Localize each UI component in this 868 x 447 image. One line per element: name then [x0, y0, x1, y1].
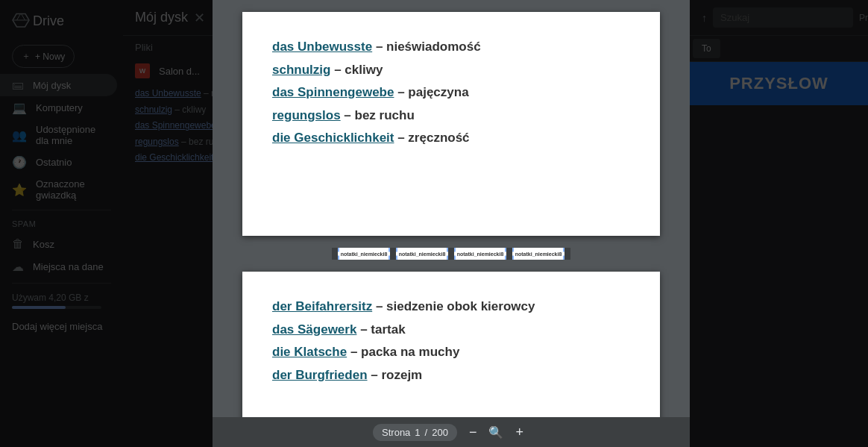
- pdf-thumb-4[interactable]: notatki_niemiecki8: [512, 248, 564, 260]
- term-6: der Beifahrersitz: [272, 299, 372, 313]
- term-3: das Spinnengewebe: [272, 85, 394, 99]
- zoom-icon: 🔍: [488, 425, 503, 440]
- term-5: die Geschicklichkeit: [272, 131, 394, 145]
- pdf-thumb-1[interactable]: notatki_niemiecki8: [338, 248, 390, 260]
- pdf-page-info: Strona 1 / 200: [373, 424, 457, 441]
- zoom-out-button[interactable]: −: [463, 423, 483, 442]
- pdf-thumb-2[interactable]: notatki_niemiecki8: [396, 248, 448, 260]
- term-4: regungslos: [272, 108, 341, 122]
- term-1: das Unbewusste: [272, 40, 372, 54]
- pdf-thumb-3[interactable]: notatki_niemiecki8: [454, 248, 506, 260]
- pdf-viewer: das Unbewusste – nieświadomość schnulzig…: [213, 0, 690, 447]
- term-2: schnulzig: [272, 63, 330, 77]
- term-8: die Klatsche: [272, 345, 347, 359]
- pdf-content[interactable]: das Unbewusste – nieświadomość schnulzig…: [213, 0, 690, 417]
- pdf-thumbnails: notatki_niemiecki8 notatki_niemiecki8 no…: [332, 248, 570, 260]
- pdf-toolbar: Strona 1 / 200 − 🔍 +: [213, 417, 690, 447]
- term-7: das Sägewerk: [272, 322, 356, 337]
- term-9: der Burgfrieden: [272, 368, 368, 382]
- pdf-page-1: das Unbewusste – nieświadomość schnulzig…: [242, 12, 660, 236]
- pdf-page-2: der Beifahrersitz – siedzenie obok kiero…: [242, 272, 660, 417]
- zoom-in-button[interactable]: +: [509, 423, 529, 442]
